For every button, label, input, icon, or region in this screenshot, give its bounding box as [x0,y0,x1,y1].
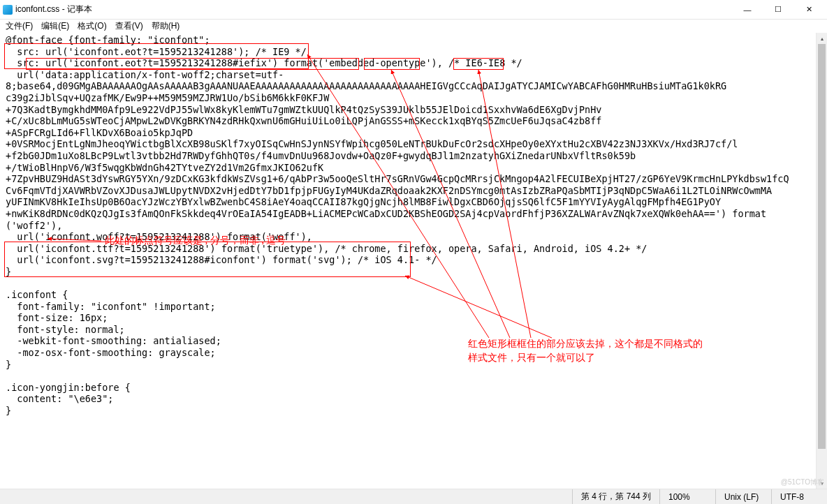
maximize-button[interactable]: ☐ [763,0,793,20]
minimize-button[interactable]: — [732,0,763,20]
window-controls: — ☐ ✕ [732,0,824,20]
close-button[interactable]: ✕ [793,0,824,20]
menu-edit[interactable]: 编辑(E) [37,20,73,32]
status-eol: Unix (LF) [715,489,771,504]
status-encoding: UTF-8 [771,489,827,504]
menu-file[interactable]: 文件(F) [1,20,37,32]
status-zoom: 100% [659,489,715,504]
title-bar: iconfont.css - 记事本 — ☐ ✕ [0,0,827,20]
menu-format[interactable]: 格式(O) [73,20,110,32]
menu-view[interactable]: 查看(V) [111,20,147,32]
status-position: 第 4 行，第 744 列 [572,489,659,504]
status-bar: 第 4 行，第 744 列 100% Unix (LF) UTF-8 [0,489,827,504]
menu-bar: 文件(F) 编辑(E) 格式(O) 查看(V) 帮助(H) [0,20,827,33]
watermark: @51CTO博客 [781,477,824,487]
scrollbar-thumb[interactable] [818,44,826,449]
vertical-scrollbar[interactable]: ▴ ▾ [816,33,827,489]
menu-help[interactable]: 帮助(H) [147,20,184,32]
scroll-up-icon[interactable]: ▴ [817,33,827,44]
text-area[interactable]: @font-face {font-family: "iconfont"; src… [0,33,827,489]
app-icon [3,5,13,15]
window-title: iconfont.css - 记事本 [15,3,732,15]
